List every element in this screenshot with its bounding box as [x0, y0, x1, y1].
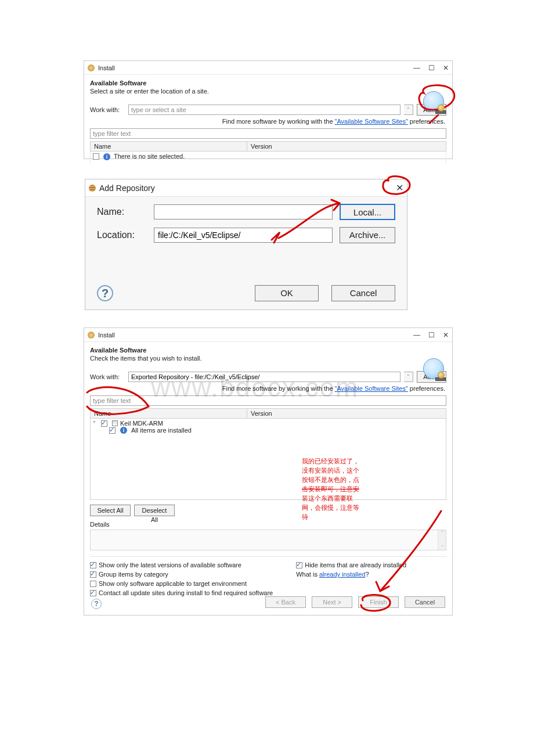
- software-table-header: Name Version: [90, 141, 446, 152]
- minimize-button[interactable]: —: [413, 64, 420, 72]
- globe-icon: [423, 358, 444, 379]
- app-icon: [88, 332, 95, 339]
- info-icon: i: [120, 427, 127, 434]
- maximize-button[interactable]: ☐: [428, 331, 435, 339]
- next-button[interactable]: Next >: [312, 596, 352, 608]
- chevron-down-icon[interactable]: ˅: [93, 420, 99, 427]
- work-with-label: Work with:: [90, 373, 125, 380]
- section-subtext: Select a site or enter the location of a…: [90, 88, 446, 95]
- tree-parent-label: Keil MDK-ARM: [120, 420, 163, 427]
- opt-target[interactable]: Show only software applicable to target …: [90, 580, 273, 587]
- already-installed-line: What is already installed?: [296, 571, 406, 578]
- col-name[interactable]: Name: [91, 409, 247, 418]
- work-with-dropdown-button[interactable]: ˅: [404, 105, 413, 115]
- finish-button[interactable]: Finish: [358, 596, 399, 608]
- tree-child-label: All items are installed: [131, 427, 192, 434]
- deselect-all-button[interactable]: Deselect All: [134, 505, 175, 516]
- section-heading: Available Software: [90, 80, 446, 87]
- local-button[interactable]: Local...: [340, 204, 395, 220]
- window-title: Add Repository: [99, 183, 155, 193]
- opt-contact[interactable]: Contact all update sites during install …: [90, 589, 273, 596]
- close-button[interactable]: ✕: [443, 331, 449, 339]
- available-sites-link[interactable]: "Available Software Sites": [335, 118, 408, 125]
- software-table-header: Name Version: [90, 408, 446, 419]
- work-with-label: Work with:: [90, 106, 125, 113]
- work-with-dropdown-button[interactable]: ˅: [404, 372, 413, 382]
- globe-icon: [423, 91, 444, 112]
- options-area: Show only the latest versions of availab…: [90, 556, 446, 596]
- ok-button[interactable]: OK: [255, 285, 319, 301]
- child-checkbox[interactable]: [109, 427, 116, 434]
- close-button[interactable]: ✕: [396, 182, 403, 193]
- col-name[interactable]: Name: [91, 142, 247, 151]
- details-scrollbar[interactable]: ˄˅: [438, 530, 446, 550]
- software-table-body: i There is no site selected.: [90, 152, 446, 164]
- filter-text-input[interactable]: [90, 395, 446, 406]
- name-input[interactable]: [154, 204, 333, 219]
- select-all-button[interactable]: Select All: [90, 505, 131, 516]
- section-subtext: Check the items that you wish to install…: [90, 355, 446, 362]
- parent-checkbox[interactable]: [101, 420, 107, 427]
- row-checkbox[interactable]: [93, 153, 99, 160]
- find-more-line: Find more software by working with the "…: [84, 385, 445, 392]
- no-site-row: There is no site selected.: [114, 153, 185, 160]
- close-button[interactable]: ✕: [443, 64, 449, 72]
- repo-icon: [89, 185, 96, 192]
- work-with-input[interactable]: [128, 372, 400, 382]
- app-icon: [88, 64, 95, 71]
- annotation-note: 我的已经安装过了， 没有安装的话，这个 按钮不是灰色的，点 击安装即可，注意安 …: [302, 456, 366, 521]
- software-tree: ˅ Keil MDK-ARM i All items are installed: [90, 419, 446, 500]
- col-version[interactable]: Version: [247, 409, 446, 418]
- titlebar: Install — ☐ ✕: [84, 61, 452, 75]
- find-more-line: Find more software by working with the "…: [84, 118, 445, 125]
- info-icon: i: [103, 153, 110, 160]
- section-heading: Available Software: [90, 347, 446, 354]
- window-title: Install: [98, 64, 115, 71]
- tree-child-row[interactable]: i All items are installed: [93, 427, 443, 434]
- tree-parent-row[interactable]: ˅ Keil MDK-ARM: [93, 420, 443, 427]
- col-version[interactable]: Version: [247, 142, 446, 151]
- minimize-button[interactable]: —: [413, 331, 420, 339]
- opt-group[interactable]: Group items by category: [90, 571, 273, 578]
- work-with-input[interactable]: [128, 105, 400, 115]
- category-icon: [112, 420, 118, 426]
- maximize-button[interactable]: ☐: [428, 64, 435, 72]
- opt-latest[interactable]: Show only the latest versions of availab…: [90, 561, 273, 568]
- archive-button[interactable]: Archive...: [340, 227, 395, 243]
- details-label: Details: [90, 521, 446, 528]
- available-sites-link[interactable]: "Available Software Sites": [335, 385, 408, 392]
- install-dialog-1: Install — ☐ ✕ Available Software Select …: [84, 60, 453, 159]
- help-icon[interactable]: ?: [91, 599, 102, 609]
- window-title: Install: [98, 332, 115, 339]
- cancel-button[interactable]: Cancel: [331, 285, 395, 301]
- back-button[interactable]: < Back: [265, 596, 306, 608]
- name-label: Name:: [97, 207, 147, 217]
- help-icon[interactable]: ?: [97, 285, 113, 301]
- opt-hide[interactable]: Hide items that are already installed: [296, 561, 406, 568]
- already-installed-link[interactable]: already installed: [319, 571, 366, 578]
- filter-text-input[interactable]: [90, 128, 446, 139]
- details-box: ˄˅: [90, 530, 446, 550]
- location-input[interactable]: [154, 228, 333, 243]
- add-repository-dialog: Add Repository ✕ Name: Local... Location…: [85, 179, 407, 310]
- cancel-button[interactable]: Cancel: [405, 596, 445, 608]
- install-dialog-2: Install — ☐ ✕ Available Software Check t…: [84, 327, 453, 615]
- location-label: Location:: [97, 230, 147, 240]
